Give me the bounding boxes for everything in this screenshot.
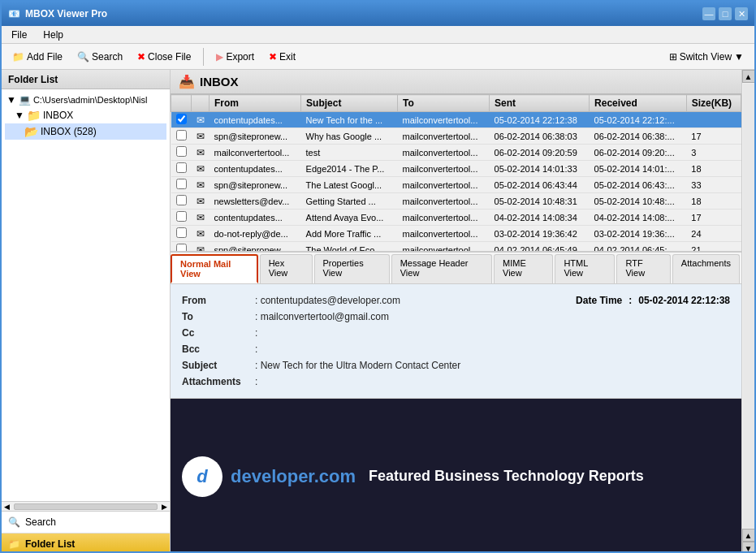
row-from: contentupdates... xyxy=(210,210,301,226)
table-row[interactable]: ✉ contentupdates... Edge2014 - The P... … xyxy=(171,161,741,177)
row-icon: ✉ xyxy=(192,177,210,193)
table-row[interactable]: ✉ contentupdates... Attend Avaya Evo... … xyxy=(171,210,741,226)
tab-mime-view[interactable]: MIME View xyxy=(494,254,553,283)
attachments-value: : xyxy=(255,376,257,387)
row-check[interactable] xyxy=(171,161,192,177)
tab-message-header-view[interactable]: Message Header View xyxy=(391,254,492,283)
col-to[interactable]: To xyxy=(398,95,490,112)
hscroll-right[interactable]: ▶ xyxy=(159,503,170,511)
row-subject: Edge2014 - The P... xyxy=(301,161,398,177)
row-check[interactable] xyxy=(171,112,192,128)
row-size: 3 xyxy=(686,145,741,161)
tree-item-inbox[interactable]: 📂 INBOX (528) xyxy=(5,123,166,140)
maximize-button[interactable]: □ xyxy=(719,7,732,20)
tab-rtf-view[interactable]: RTF View xyxy=(616,254,670,283)
col-icon xyxy=(192,95,210,112)
inbox-title: INBOX xyxy=(200,75,239,89)
menu-file[interactable]: File xyxy=(8,28,30,41)
row-icon: ✉ xyxy=(192,242,210,251)
tab-attachments[interactable]: Attachments xyxy=(672,254,740,283)
sidebar-folder-icon: 📁 xyxy=(8,538,20,550)
row-to: mailconvertertool... xyxy=(398,161,490,177)
tree-item-root[interactable]: ▼ 💻 C:\Users\admin\Desktop\Nisl xyxy=(5,93,166,107)
col-received[interactable]: Received xyxy=(590,95,687,112)
row-to: mailconvertertool... xyxy=(398,128,490,145)
row-sent: 04-02-2014 06:45:49 xyxy=(490,242,590,251)
switch-view-button[interactable]: ⊞ Switch View ▼ xyxy=(663,49,750,65)
tab-hex-view[interactable]: Hex View xyxy=(260,254,313,283)
row-check[interactable] xyxy=(171,128,192,145)
to-value: : mailconvertertool@gmail.com xyxy=(255,311,389,322)
row-to: mailconvertertool... xyxy=(398,210,490,226)
col-subject[interactable]: Subject xyxy=(301,95,398,112)
row-received: 05-02-2014 14:01:... xyxy=(590,161,687,177)
folder-icon2: 📁 xyxy=(27,109,41,122)
close-file-button[interactable]: ✖ Close File xyxy=(132,49,197,65)
from-value: : contentupdates@developer.com xyxy=(255,295,400,306)
row-check[interactable] xyxy=(171,193,192,210)
tab-normal-mail-view[interactable]: Normal Mail View xyxy=(171,254,258,283)
exit-button[interactable]: ✖ Exit xyxy=(263,49,301,65)
table-row[interactable]: ✉ spn@sitepronew... The Latest Googl... … xyxy=(171,177,741,193)
email-table-wrapper[interactable]: From Subject To Sent Received Size(KB) ✉… xyxy=(171,94,741,251)
row-from: spn@sitepronew... xyxy=(210,128,301,145)
row-sent: 05-02-2014 06:43:44 xyxy=(490,177,590,193)
detail-row-from: From : contentupdates@developer.com Date… xyxy=(182,292,730,309)
row-subject: The World of Eco... xyxy=(301,242,398,251)
scroll-track[interactable] xyxy=(743,84,754,528)
preview-tagline: Featured Business Technology Reports xyxy=(369,468,644,485)
col-from[interactable]: From xyxy=(210,95,301,112)
row-from: do-not-reply@de... xyxy=(210,226,301,242)
sidebar-search-button[interactable]: 🔍 Search xyxy=(2,512,170,534)
row-check[interactable] xyxy=(171,242,192,251)
row-check[interactable] xyxy=(171,226,192,242)
row-sent: 05-02-2014 10:48:31 xyxy=(490,193,590,210)
menu-help[interactable]: Help xyxy=(40,28,67,41)
vertical-scrollbar[interactable]: ▲ ▲ ▼ xyxy=(741,70,754,553)
row-subject: The Latest Googl... xyxy=(301,177,398,193)
inbox-icon: 📥 xyxy=(179,74,195,89)
table-row[interactable]: ✉ spn@sitepronew... Why has Google ... m… xyxy=(171,128,741,145)
export-button[interactable]: ▶ Export xyxy=(210,49,260,65)
col-sent[interactable]: Sent xyxy=(490,95,590,112)
row-sent: 06-02-2014 06:38:03 xyxy=(490,128,590,145)
scroll-up-arrow[interactable]: ▲ xyxy=(742,70,755,83)
table-row[interactable]: ✉ newsletters@dev... Getting Started ...… xyxy=(171,193,741,210)
tree-item-inbox-root[interactable]: ▼ 📁 INBOX xyxy=(5,107,166,123)
add-file-button[interactable]: 📁 Add File xyxy=(6,49,68,65)
search-icon: 🔍 xyxy=(77,51,89,63)
table-row[interactable]: ✉ contentupdates... New Tech for the ...… xyxy=(171,112,741,128)
col-size[interactable]: Size(KB) xyxy=(686,95,741,112)
row-check[interactable] xyxy=(171,145,192,161)
table-row[interactable]: ✉ mailconvertertool... test mailconverte… xyxy=(171,145,741,161)
cc-label: Cc xyxy=(182,327,255,339)
scroll-down-arrow[interactable]: ▼ xyxy=(742,542,755,553)
row-subject: Getting Started ... xyxy=(301,193,398,210)
detail-row-to: To : mailconvertertool@gmail.com xyxy=(182,309,730,325)
row-received: 03-02-2014 19:36:... xyxy=(590,226,687,242)
hscroll-left[interactable]: ◀ xyxy=(2,503,12,511)
detail-row-cc: Cc : xyxy=(182,325,730,341)
tab-properties-view[interactable]: Properties View xyxy=(314,254,390,283)
tabs-bar: Normal Mail ViewHex ViewProperties ViewM… xyxy=(171,251,741,284)
sidebar-hscroll[interactable]: ◀ ▶ xyxy=(2,501,170,511)
row-size: 18 xyxy=(686,161,741,177)
search-toolbar-button[interactable]: 🔍 Search xyxy=(71,49,128,65)
sidebar-bottom: 🔍 Search 📁 Folder List xyxy=(2,511,170,553)
row-check[interactable] xyxy=(171,210,192,226)
email-table: From Subject To Sent Received Size(KB) ✉… xyxy=(171,94,741,251)
tab-html-view[interactable]: HTML View xyxy=(555,254,615,283)
row-size: 17 xyxy=(686,128,741,145)
table-row[interactable]: ✉ spn@sitepronew... The World of Eco... … xyxy=(171,242,741,251)
sidebar-folder-button[interactable]: 📁 Folder List xyxy=(2,534,170,553)
table-row[interactable]: ✉ do-not-reply@de... Add More Traffic ..… xyxy=(171,226,741,242)
row-subject: Add More Traffic ... xyxy=(301,226,398,242)
row-from: mailconvertertool... xyxy=(210,145,301,161)
row-size xyxy=(686,112,741,128)
close-button[interactable]: ✕ xyxy=(735,7,748,20)
app-title: MBOX Viewer Pro xyxy=(25,8,107,19)
sidebar-search-icon: 🔍 xyxy=(8,516,20,528)
scroll-down-arrow-top[interactable]: ▲ xyxy=(742,529,755,542)
row-check[interactable] xyxy=(171,177,192,193)
minimize-button[interactable]: — xyxy=(702,7,715,20)
